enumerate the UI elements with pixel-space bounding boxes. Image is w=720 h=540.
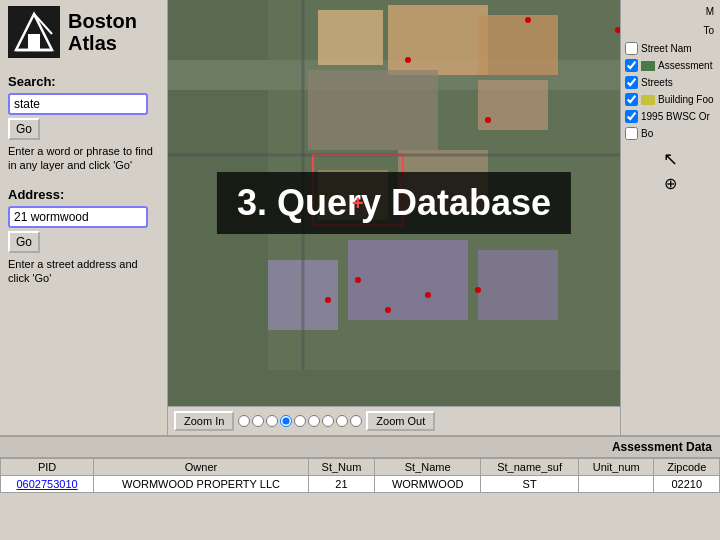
cell-owner: WORMWOOD PROPERTY LLC: [94, 476, 309, 493]
zoom-radio-6[interactable]: [308, 415, 320, 427]
svg-point-23: [385, 307, 391, 313]
move-icon: ⊕: [625, 174, 716, 193]
layer-label-bwsc: 1995 BWSC Or: [641, 111, 710, 122]
map-image[interactable]: + 3. Query Database: [168, 0, 620, 406]
search-go-button[interactable]: Go: [8, 118, 40, 140]
svg-rect-8: [388, 5, 488, 75]
right-panel-top-to: To: [625, 23, 716, 38]
address-hint: Enter a street address and click 'Go': [8, 257, 159, 286]
map-container: + 3. Query Database Zoom In Zoom Out: [168, 0, 620, 435]
address-input[interactable]: [8, 206, 148, 228]
table-title: Assessment Data: [0, 437, 720, 458]
app-title: Boston Atlas: [68, 10, 159, 54]
layer-item-assessment: Assessment: [625, 59, 716, 72]
svg-point-25: [475, 287, 481, 293]
crosshair-icon: +: [352, 192, 364, 215]
sidebar: Boston Atlas Search: Go Enter a word or …: [0, 0, 168, 435]
svg-rect-9: [318, 10, 383, 65]
zoom-out-button[interactable]: Zoom Out: [366, 411, 435, 431]
zoom-radio-1[interactable]: [238, 415, 250, 427]
svg-rect-11: [308, 70, 438, 150]
data-table: PID Owner St_Num St_Name St_name_suf Uni…: [0, 458, 720, 493]
col-header-owner: Owner: [94, 459, 309, 476]
layer-checkbox-buildingfoo[interactable]: [625, 93, 638, 106]
search-label: Search:: [8, 74, 159, 89]
cursor-icon: ↖: [625, 148, 716, 170]
zoom-in-button[interactable]: Zoom In: [174, 411, 234, 431]
layer-item-bo: Bo: [625, 127, 716, 140]
cell-stname: WORMWOOD: [375, 476, 481, 493]
logo-area: Boston Atlas: [8, 6, 159, 58]
layer-label-streets: Streets: [641, 77, 673, 88]
layer-label-buildingfoo: Building Foo: [658, 94, 714, 105]
cell-pid[interactable]: 0602753010: [1, 476, 94, 493]
svg-rect-10: [478, 15, 558, 75]
zoom-bar: Zoom In Zoom Out: [168, 406, 620, 435]
layer-color-assessment: [641, 61, 655, 71]
search-hint: Enter a word or phrase to find in any la…: [8, 144, 159, 173]
layer-label-bo: Bo: [641, 128, 653, 139]
search-input[interactable]: [8, 93, 148, 115]
logo-icon: [8, 6, 60, 58]
svg-rect-17: [478, 250, 558, 320]
zoom-radio-7[interactable]: [322, 415, 334, 427]
svg-point-24: [425, 292, 431, 298]
cell-stnamesuf: ST: [481, 476, 579, 493]
address-label: Address:: [8, 187, 159, 202]
right-panel: M To Street Nam Assessment Streets Build…: [620, 0, 720, 435]
svg-rect-4: [28, 34, 40, 50]
svg-point-21: [485, 117, 491, 123]
zoom-radio-4[interactable]: [280, 415, 292, 427]
col-header-pid: PID: [1, 459, 94, 476]
svg-rect-15: [348, 240, 468, 320]
layer-color-buildingfoo: [641, 95, 655, 105]
cell-zipcode: 02210: [654, 476, 720, 493]
layer-checkbox-streets[interactable]: [625, 76, 638, 89]
layer-item-buildingfoo: Building Foo: [625, 93, 716, 106]
zoom-radio-9[interactable]: [350, 415, 362, 427]
col-header-stname: St_Name: [375, 459, 481, 476]
svg-point-22: [355, 277, 361, 283]
zoom-radio-group[interactable]: [238, 415, 362, 427]
cell-unitnum: [579, 476, 654, 493]
col-header-unitnum: Unit_num: [579, 459, 654, 476]
layer-label-assessment: Assessment: [658, 60, 712, 71]
zoom-radio-3[interactable]: [266, 415, 278, 427]
col-header-stnamesuf: St_name_suf: [481, 459, 579, 476]
layer-item-bwsc: 1995 BWSC Or: [625, 110, 716, 123]
table-row: 0602753010 WORMWOOD PROPERTY LLC 21 WORM…: [1, 476, 720, 493]
svg-point-18: [405, 57, 411, 63]
zoom-radio-8[interactable]: [336, 415, 348, 427]
layer-checkbox-assessment[interactable]: [625, 59, 638, 72]
layer-item-streetnam: Street Nam: [625, 42, 716, 55]
layer-item-streets: Streets: [625, 76, 716, 89]
layer-checkbox-bwsc[interactable]: [625, 110, 638, 123]
cell-stnum: 21: [308, 476, 374, 493]
svg-point-19: [525, 17, 531, 23]
col-header-stnum: St_Num: [308, 459, 374, 476]
zoom-radio-5[interactable]: [294, 415, 306, 427]
layer-checkbox-bo[interactable]: [625, 127, 638, 140]
query-overlay: 3. Query Database: [217, 172, 571, 234]
svg-point-26: [325, 297, 331, 303]
address-go-button[interactable]: Go: [8, 231, 40, 253]
layer-checkbox-streetnam[interactable]: [625, 42, 638, 55]
right-panel-top-m: M: [625, 4, 716, 19]
zoom-radio-2[interactable]: [252, 415, 264, 427]
layer-label-streetnam: Street Nam: [641, 43, 692, 54]
bottom-section: Assessment Data PID Owner St_Num St_Name…: [0, 435, 720, 540]
col-header-zipcode: Zipcode: [654, 459, 720, 476]
